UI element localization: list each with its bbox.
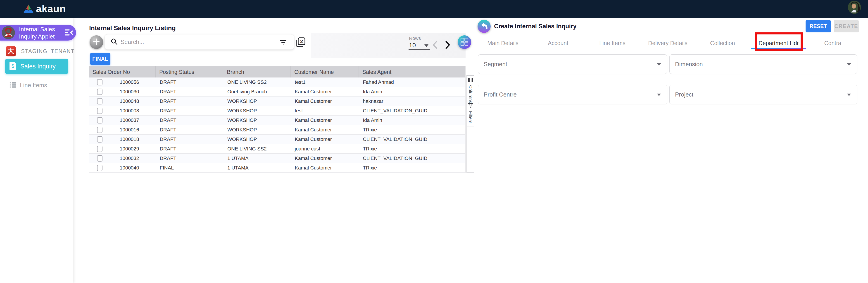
project-label: Project	[675, 91, 693, 98]
sidebar-card	[0, 18, 73, 283]
tenant-logo-icon: 大	[6, 46, 16, 56]
dimension-select[interactable]: Dimension	[670, 54, 857, 74]
status-filter-final-button[interactable]: FINAL	[90, 53, 111, 65]
row-checkbox[interactable]	[97, 98, 102, 105]
scrollbar-track[interactable]	[861, 18, 861, 283]
collapse-sidebar-icon[interactable]	[65, 29, 73, 37]
add-record-button[interactable]	[90, 35, 103, 49]
caret-down-icon	[424, 45, 429, 47]
plus-icon	[93, 38, 100, 46]
table-row[interactable]: 1000032 DRAFT 1 UTAMA Kamal Customer CLI…	[89, 153, 465, 163]
sidebar-item-label: Sales Inquiry	[20, 63, 56, 70]
sidebar: Internal Sales Inquiry Applet 大 STAGING_…	[0, 18, 87, 283]
rows-per-page-value: 10	[409, 42, 416, 49]
applet-header: Internal Sales Inquiry Applet	[0, 25, 76, 40]
columns-icon	[468, 78, 473, 83]
triangle-logo-icon	[23, 3, 34, 14]
filters-tab[interactable]: Filters	[467, 101, 474, 126]
caret-down-icon	[657, 63, 661, 66]
sort-filter-icon[interactable]	[280, 40, 287, 46]
row-checkbox[interactable]	[97, 127, 102, 133]
svg-text:$: $	[11, 63, 14, 69]
row-checkbox[interactable]	[97, 136, 102, 143]
column-header[interactable]: Customer Name	[291, 66, 359, 78]
table-row[interactable]: 1000029 DRAFT ONE LIVING SS2 joanne cust…	[89, 144, 465, 153]
sidebar-item-sales-inquiry[interactable]: $ Sales Inquiry	[5, 59, 68, 74]
toolbar-band	[311, 33, 466, 58]
sidebar-item-line-items[interactable]: Line Items	[9, 82, 47, 89]
panel-title: Create Internal Sales Inquiry	[494, 23, 577, 30]
search-icon	[111, 38, 117, 46]
column-header	[427, 66, 466, 78]
rows-per-page-select[interactable]: 10	[408, 41, 430, 50]
tab-account[interactable]: Account	[548, 40, 568, 47]
columns-tab-label: Columns	[468, 85, 473, 103]
row-checkbox[interactable]	[97, 155, 102, 162]
column-header[interactable]: Sales Order No	[89, 66, 156, 78]
line-items-icon	[9, 82, 16, 89]
table-row[interactable]: 1000018 DRAFT WORKSHOP Kamal Customer CL…	[89, 135, 465, 144]
row-checkbox[interactable]	[97, 165, 102, 171]
back-arrow-icon	[480, 22, 488, 30]
segment-select[interactable]: Segment	[478, 54, 667, 74]
table-header: Sales Order No Posting Status Branch Cus…	[89, 66, 465, 78]
tab-line-items[interactable]: Line Items	[599, 40, 625, 47]
table-row[interactable]: 1000016 DRAFT WORKSHOP Kamal Customer TR…	[89, 125, 465, 135]
column-header[interactable]: Sales Agent	[359, 66, 427, 78]
table-row[interactable]: 1000003 DRAFT WORKSHOP test CLIENT_VALID…	[89, 106, 465, 116]
back-button[interactable]	[477, 20, 491, 33]
row-checkbox[interactable]	[97, 89, 102, 95]
svg-text:2: 2	[300, 38, 303, 44]
tab-contra[interactable]: Contra	[824, 40, 841, 47]
filters-tab-label: Filters	[468, 111, 473, 123]
tab-delivery-details[interactable]: Delivery Details	[648, 40, 687, 47]
profit-centre-label: Profit Centre	[484, 91, 517, 98]
duplicate-view-icon[interactable]: 2	[295, 37, 305, 48]
table-row[interactable]: 1000048 DRAFT WORKSHOP Kamal Customer ha…	[89, 96, 465, 106]
dimension-label: Dimension	[675, 61, 703, 68]
support-agent-icon	[2, 26, 15, 39]
create-button[interactable]: CREATE	[834, 20, 859, 32]
create-inquiry-panel: Create Internal Sales Inquiry RESET CREA…	[474, 18, 868, 283]
page-title: Internal Sales Inquiry Listing	[89, 25, 176, 32]
columns-tab[interactable]: Columns	[467, 76, 474, 101]
brand-logo: akaun	[23, 3, 66, 15]
table-row[interactable]: 1000056 DRAFT ONE LIVING SS2 test1 Fahad…	[89, 78, 465, 87]
app-root: akaun	[0, 0, 868, 283]
grid-icon	[461, 38, 468, 47]
invoice-icon: $	[9, 62, 16, 71]
row-checkbox[interactable]	[97, 146, 102, 152]
user-avatar[interactable]	[848, 1, 861, 14]
tab-main-details[interactable]: Main Details	[487, 40, 519, 47]
reset-button[interactable]: RESET	[806, 20, 831, 32]
applet-title-line2: Inquiry Applet	[19, 33, 55, 40]
table-row[interactable]: 1000030 DRAFT OneLiving Branch Kamal Cus…	[89, 87, 465, 96]
search-input[interactable]	[121, 38, 270, 46]
annotation-highlight-box	[755, 32, 803, 51]
project-select[interactable]: Project	[670, 85, 857, 104]
brand-name: akaun	[36, 3, 66, 15]
row-checkbox[interactable]	[97, 108, 102, 114]
row-checkbox[interactable]	[97, 117, 102, 123]
table-row[interactable]: 1000040 FINAL 1 UTAMA Kamal Customer TRi…	[89, 163, 465, 173]
applet-title-line1: Internal Sales	[19, 26, 55, 33]
sidebar-item-label: Line Items	[20, 82, 47, 89]
sales-inquiry-table: Sales Order No Posting Status Branch Cus…	[89, 66, 466, 173]
caret-down-icon	[847, 63, 851, 66]
funnel-icon	[468, 103, 473, 109]
rows-per-page-label: Rows	[409, 35, 421, 41]
column-header[interactable]: Posting Status	[156, 66, 223, 78]
row-checkbox[interactable]	[97, 79, 102, 85]
profit-centre-select[interactable]: Profit Centre	[478, 85, 667, 104]
table-side-strip: Columns Filters	[466, 75, 474, 173]
search-bar	[104, 34, 294, 50]
next-page-button[interactable]	[445, 40, 451, 50]
caret-down-icon	[847, 93, 851, 96]
tab-collection[interactable]: Collection	[710, 40, 735, 47]
grid-view-button[interactable]	[458, 35, 471, 49]
form-tabs: Main Details Account Line Items Delivery…	[474, 34, 861, 52]
tenant-selector[interactable]: 大 STAGING_TENANT	[6, 46, 75, 56]
column-header[interactable]: Branch	[223, 66, 291, 78]
previous-page-button[interactable]	[432, 40, 438, 50]
table-row[interactable]: 1000037 DRAFT WORKSHOP Kamal Customer Id…	[89, 116, 465, 125]
